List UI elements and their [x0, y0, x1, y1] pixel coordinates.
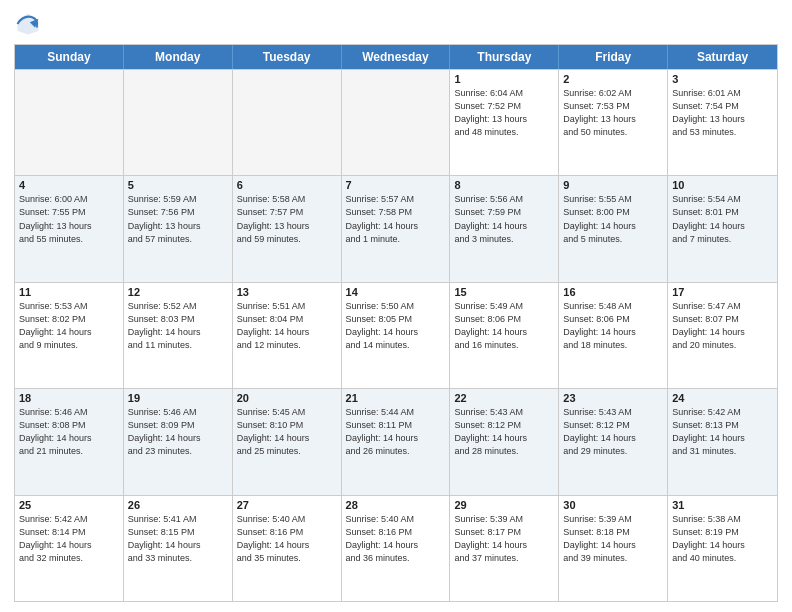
cell-info: Sunrise: 5:59 AM Sunset: 7:56 PM Dayligh…	[128, 193, 228, 245]
cal-cell-r2c5: 16Sunrise: 5:48 AM Sunset: 8:06 PM Dayli…	[559, 283, 668, 388]
cal-cell-r2c1: 12Sunrise: 5:52 AM Sunset: 8:03 PM Dayli…	[124, 283, 233, 388]
cal-cell-r0c3	[342, 70, 451, 175]
cal-header-wednesday: Wednesday	[342, 45, 451, 69]
cell-info: Sunrise: 5:40 AM Sunset: 8:16 PM Dayligh…	[346, 513, 446, 565]
cal-cell-r2c3: 14Sunrise: 5:50 AM Sunset: 8:05 PM Dayli…	[342, 283, 451, 388]
calendar-body: 1Sunrise: 6:04 AM Sunset: 7:52 PM Daylig…	[15, 69, 777, 601]
cell-info: Sunrise: 5:43 AM Sunset: 8:12 PM Dayligh…	[563, 406, 663, 458]
cell-info: Sunrise: 5:41 AM Sunset: 8:15 PM Dayligh…	[128, 513, 228, 565]
cell-info: Sunrise: 5:46 AM Sunset: 8:08 PM Dayligh…	[19, 406, 119, 458]
cal-row-2: 11Sunrise: 5:53 AM Sunset: 8:02 PM Dayli…	[15, 282, 777, 388]
cal-cell-r4c2: 27Sunrise: 5:40 AM Sunset: 8:16 PM Dayli…	[233, 496, 342, 601]
cal-cell-r3c0: 18Sunrise: 5:46 AM Sunset: 8:08 PM Dayli…	[15, 389, 124, 494]
cell-info: Sunrise: 5:58 AM Sunset: 7:57 PM Dayligh…	[237, 193, 337, 245]
day-number: 9	[563, 179, 663, 191]
cell-info: Sunrise: 5:45 AM Sunset: 8:10 PM Dayligh…	[237, 406, 337, 458]
cell-info: Sunrise: 5:52 AM Sunset: 8:03 PM Dayligh…	[128, 300, 228, 352]
day-number: 20	[237, 392, 337, 404]
cell-info: Sunrise: 5:47 AM Sunset: 8:07 PM Dayligh…	[672, 300, 773, 352]
cal-cell-r1c2: 6Sunrise: 5:58 AM Sunset: 7:57 PM Daylig…	[233, 176, 342, 281]
day-number: 29	[454, 499, 554, 511]
cal-cell-r4c3: 28Sunrise: 5:40 AM Sunset: 8:16 PM Dayli…	[342, 496, 451, 601]
day-number: 8	[454, 179, 554, 191]
cell-info: Sunrise: 6:00 AM Sunset: 7:55 PM Dayligh…	[19, 193, 119, 245]
logo	[14, 10, 46, 38]
day-number: 24	[672, 392, 773, 404]
cal-cell-r2c0: 11Sunrise: 5:53 AM Sunset: 8:02 PM Dayli…	[15, 283, 124, 388]
day-number: 31	[672, 499, 773, 511]
cal-cell-r0c0	[15, 70, 124, 175]
day-number: 23	[563, 392, 663, 404]
calendar-header-row: SundayMondayTuesdayWednesdayThursdayFrid…	[15, 45, 777, 69]
page: SundayMondayTuesdayWednesdayThursdayFrid…	[0, 0, 792, 612]
day-number: 6	[237, 179, 337, 191]
cell-info: Sunrise: 5:43 AM Sunset: 8:12 PM Dayligh…	[454, 406, 554, 458]
day-number: 3	[672, 73, 773, 85]
day-number: 13	[237, 286, 337, 298]
cal-cell-r4c5: 30Sunrise: 5:39 AM Sunset: 8:18 PM Dayli…	[559, 496, 668, 601]
cal-cell-r1c0: 4Sunrise: 6:00 AM Sunset: 7:55 PM Daylig…	[15, 176, 124, 281]
cal-cell-r1c4: 8Sunrise: 5:56 AM Sunset: 7:59 PM Daylig…	[450, 176, 559, 281]
cal-header-saturday: Saturday	[668, 45, 777, 69]
cell-info: Sunrise: 5:51 AM Sunset: 8:04 PM Dayligh…	[237, 300, 337, 352]
day-number: 4	[19, 179, 119, 191]
cal-cell-r0c5: 2Sunrise: 6:02 AM Sunset: 7:53 PM Daylig…	[559, 70, 668, 175]
day-number: 28	[346, 499, 446, 511]
cell-info: Sunrise: 5:57 AM Sunset: 7:58 PM Dayligh…	[346, 193, 446, 245]
day-number: 22	[454, 392, 554, 404]
cal-cell-r0c4: 1Sunrise: 6:04 AM Sunset: 7:52 PM Daylig…	[450, 70, 559, 175]
header	[14, 10, 778, 38]
day-number: 18	[19, 392, 119, 404]
cal-cell-r2c4: 15Sunrise: 5:49 AM Sunset: 8:06 PM Dayli…	[450, 283, 559, 388]
cal-header-thursday: Thursday	[450, 45, 559, 69]
day-number: 17	[672, 286, 773, 298]
cal-cell-r4c4: 29Sunrise: 5:39 AM Sunset: 8:17 PM Dayli…	[450, 496, 559, 601]
day-number: 1	[454, 73, 554, 85]
cal-header-sunday: Sunday	[15, 45, 124, 69]
cal-cell-r1c5: 9Sunrise: 5:55 AM Sunset: 8:00 PM Daylig…	[559, 176, 668, 281]
cell-info: Sunrise: 5:48 AM Sunset: 8:06 PM Dayligh…	[563, 300, 663, 352]
cal-cell-r3c1: 19Sunrise: 5:46 AM Sunset: 8:09 PM Dayli…	[124, 389, 233, 494]
cell-info: Sunrise: 5:42 AM Sunset: 8:14 PM Dayligh…	[19, 513, 119, 565]
cell-info: Sunrise: 6:02 AM Sunset: 7:53 PM Dayligh…	[563, 87, 663, 139]
cal-cell-r4c0: 25Sunrise: 5:42 AM Sunset: 8:14 PM Dayli…	[15, 496, 124, 601]
cal-cell-r3c5: 23Sunrise: 5:43 AM Sunset: 8:12 PM Dayli…	[559, 389, 668, 494]
cal-row-0: 1Sunrise: 6:04 AM Sunset: 7:52 PM Daylig…	[15, 69, 777, 175]
cal-cell-r0c1	[124, 70, 233, 175]
cell-info: Sunrise: 5:49 AM Sunset: 8:06 PM Dayligh…	[454, 300, 554, 352]
cell-info: Sunrise: 5:54 AM Sunset: 8:01 PM Dayligh…	[672, 193, 773, 245]
day-number: 26	[128, 499, 228, 511]
cal-header-tuesday: Tuesday	[233, 45, 342, 69]
day-number: 15	[454, 286, 554, 298]
day-number: 14	[346, 286, 446, 298]
cell-info: Sunrise: 5:39 AM Sunset: 8:18 PM Dayligh…	[563, 513, 663, 565]
cal-cell-r2c6: 17Sunrise: 5:47 AM Sunset: 8:07 PM Dayli…	[668, 283, 777, 388]
cal-cell-r3c3: 21Sunrise: 5:44 AM Sunset: 8:11 PM Dayli…	[342, 389, 451, 494]
day-number: 10	[672, 179, 773, 191]
cal-row-1: 4Sunrise: 6:00 AM Sunset: 7:55 PM Daylig…	[15, 175, 777, 281]
day-number: 19	[128, 392, 228, 404]
day-number: 21	[346, 392, 446, 404]
cal-cell-r0c6: 3Sunrise: 6:01 AM Sunset: 7:54 PM Daylig…	[668, 70, 777, 175]
cell-info: Sunrise: 5:55 AM Sunset: 8:00 PM Dayligh…	[563, 193, 663, 245]
cell-info: Sunrise: 5:56 AM Sunset: 7:59 PM Dayligh…	[454, 193, 554, 245]
cell-info: Sunrise: 5:39 AM Sunset: 8:17 PM Dayligh…	[454, 513, 554, 565]
cal-cell-r3c2: 20Sunrise: 5:45 AM Sunset: 8:10 PM Dayli…	[233, 389, 342, 494]
day-number: 30	[563, 499, 663, 511]
cell-info: Sunrise: 5:38 AM Sunset: 8:19 PM Dayligh…	[672, 513, 773, 565]
cal-cell-r1c1: 5Sunrise: 5:59 AM Sunset: 7:56 PM Daylig…	[124, 176, 233, 281]
cal-cell-r3c4: 22Sunrise: 5:43 AM Sunset: 8:12 PM Dayli…	[450, 389, 559, 494]
cal-cell-r4c6: 31Sunrise: 5:38 AM Sunset: 8:19 PM Dayli…	[668, 496, 777, 601]
day-number: 25	[19, 499, 119, 511]
logo-icon	[14, 10, 42, 38]
day-number: 2	[563, 73, 663, 85]
cell-info: Sunrise: 5:50 AM Sunset: 8:05 PM Dayligh…	[346, 300, 446, 352]
day-number: 12	[128, 286, 228, 298]
cal-cell-r3c6: 24Sunrise: 5:42 AM Sunset: 8:13 PM Dayli…	[668, 389, 777, 494]
cal-cell-r0c2	[233, 70, 342, 175]
cell-info: Sunrise: 5:46 AM Sunset: 8:09 PM Dayligh…	[128, 406, 228, 458]
cell-info: Sunrise: 6:01 AM Sunset: 7:54 PM Dayligh…	[672, 87, 773, 139]
cal-header-friday: Friday	[559, 45, 668, 69]
day-number: 16	[563, 286, 663, 298]
cal-header-monday: Monday	[124, 45, 233, 69]
